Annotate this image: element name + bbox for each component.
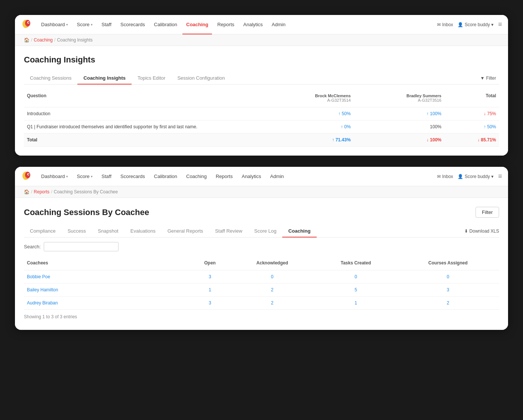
- table-row: Bobbie Poe 3 0 0 0: [24, 270, 499, 283]
- inbox-link[interactable]: ✉ Inbox: [437, 22, 453, 27]
- nav-admin[interactable]: Admin: [268, 15, 289, 34]
- breadcrumb-coaching-link[interactable]: Coaching: [34, 37, 53, 43]
- hamburger-menu[interactable]: ≡: [498, 21, 502, 28]
- col-open: Open: [190, 256, 230, 270]
- breadcrumb-1: 🏠 / Coaching / Coaching Insights: [15, 34, 508, 46]
- tab-general-reports[interactable]: General Reports: [161, 225, 209, 237]
- sep-2: /: [54, 37, 55, 43]
- nav-staff[interactable]: Staff: [98, 15, 116, 34]
- col-acknowledged: Acknowledged: [230, 256, 315, 270]
- nav2-coaching[interactable]: Coaching: [182, 167, 210, 186]
- ack-bailey: 2: [230, 283, 315, 297]
- q-intro: Introduction: [24, 107, 262, 120]
- filter-button-2[interactable]: Filter: [476, 207, 499, 218]
- nav2-dashboard[interactable]: Dashboard ▾: [37, 167, 72, 186]
- inbox-icon: ✉: [437, 22, 441, 27]
- nav-score[interactable]: Score ▾: [73, 15, 96, 34]
- col-courses: Courses Assigned: [397, 256, 499, 270]
- arrow-up-icon: ↑: [484, 124, 487, 129]
- home-icon-2[interactable]: 🏠: [24, 189, 30, 194]
- tab-session-config[interactable]: Session Configuration: [171, 72, 231, 85]
- score2-caret: ▾: [91, 175, 93, 178]
- col-tasks: Tasks Created: [315, 256, 397, 270]
- inbox-icon-2: ✉: [437, 174, 441, 179]
- nav2-scorecards[interactable]: Scorecards: [117, 167, 149, 186]
- arrow-down-icon: ↓: [484, 111, 487, 116]
- breadcrumb-2: 🏠 / Reports / Coaching Sessions By Coach…: [15, 186, 508, 198]
- bradley-q1: 100%: [354, 120, 444, 134]
- tab-staff-review[interactable]: Staff Review: [209, 225, 248, 237]
- nav2-staff[interactable]: Staff: [98, 167, 116, 186]
- nav2-analytics[interactable]: Analytics: [238, 167, 265, 186]
- user-menu[interactable]: 👤 Score buddy ▾: [458, 22, 493, 27]
- user-icon: 👤: [458, 22, 463, 27]
- nav2-score[interactable]: Score ▾: [73, 167, 96, 186]
- tasks-bailey: 5: [315, 283, 397, 297]
- coachee-audrey: Audrey Biraban: [24, 297, 190, 310]
- sep-1: /: [31, 37, 32, 43]
- arrow-down-icon: ↓: [477, 137, 481, 142]
- svg-point-4: [28, 22, 30, 23]
- tab-topics-editor[interactable]: Topics Editor: [132, 72, 171, 85]
- search-input[interactable]: [44, 242, 119, 251]
- total-total: ↓ 85.71%: [444, 134, 499, 147]
- nav-right-2: ✉ Inbox 👤 Score buddy ▾ ≡: [437, 172, 502, 180]
- coachee-bobbie: Bobbie Poe: [24, 270, 190, 283]
- dashboard-caret: ▾: [66, 23, 68, 27]
- total-intro: ↓ 75%: [444, 107, 499, 120]
- nav-reports[interactable]: Reports: [213, 15, 238, 34]
- tab-success[interactable]: Success: [62, 225, 92, 237]
- user-caret-2: ▾: [491, 174, 493, 179]
- hamburger-menu-2[interactable]: ≡: [498, 172, 502, 180]
- tab-evaluations[interactable]: Evaluations: [124, 225, 161, 237]
- nav-scorecards[interactable]: Scorecards: [117, 15, 149, 34]
- nav2-calibration[interactable]: Calibration: [150, 167, 181, 186]
- col-coachees: Coachees: [24, 256, 190, 270]
- nav2-admin[interactable]: Admin: [267, 167, 288, 186]
- nav-bar-2: Dashboard ▾ Score ▾ Staff Scorecards Cal…: [15, 167, 508, 186]
- tab-coaching-2[interactable]: Coaching: [282, 225, 316, 237]
- breadcrumb-current-2: Coaching Sessions By Coachee: [54, 189, 118, 194]
- coachee-bailey: Bailey Hamilton: [24, 283, 190, 297]
- nav-right-1: ✉ Inbox 👤 Score buddy ▾ ≡: [437, 21, 502, 28]
- home-icon[interactable]: 🏠: [24, 37, 30, 43]
- open-audrey: 3: [190, 297, 230, 310]
- score-caret: ▾: [91, 23, 93, 27]
- nav-dashboard[interactable]: Dashboard ▾: [37, 15, 72, 34]
- download-xls-button[interactable]: ⬇ Download XLS: [464, 229, 499, 234]
- brock-intro: ↑ 50%: [262, 107, 354, 120]
- tab-coaching-sessions[interactable]: Coaching Sessions: [24, 72, 77, 85]
- tab-coaching-insights[interactable]: Coaching Insights: [77, 72, 132, 85]
- bradley-intro: ↑ 100%: [354, 107, 444, 120]
- tabs-2: Compliance Success Snapshot Evaluations …: [24, 225, 499, 237]
- dashboard2-caret: ▾: [66, 175, 68, 178]
- user-menu-2[interactable]: 👤 Score buddy ▾: [458, 174, 493, 179]
- tab-compliance[interactable]: Compliance: [24, 225, 62, 237]
- arrow-up-icon: ↑: [427, 111, 430, 116]
- tasks-audrey: 1: [315, 297, 397, 310]
- tab-score-log[interactable]: Score Log: [248, 225, 282, 237]
- logo-2: [21, 170, 33, 183]
- table-row: Bailey Hamilton 1 2 5 3: [24, 283, 499, 297]
- nav-calibration[interactable]: Calibration: [150, 15, 181, 34]
- col-bradley: Bradley SummersA-G32T3516: [354, 85, 444, 107]
- nav2-reports[interactable]: Reports: [212, 167, 237, 186]
- table-row: Introduction ↑ 50% ↑ 100% ↓ 75%: [24, 107, 499, 120]
- download-icon: ⬇: [464, 229, 468, 234]
- logo: [21, 18, 33, 31]
- breadcrumb-reports-link[interactable]: Reports: [34, 189, 49, 194]
- breadcrumb-current: Coaching Insights: [57, 37, 92, 43]
- filter-button-1[interactable]: ▼ Filter: [477, 74, 499, 82]
- tab-snapshot[interactable]: Snapshot: [92, 225, 124, 237]
- bradley-total: ↓ 100%: [354, 134, 444, 147]
- q-q1: Q1 | Fundraiser introduced themselves an…: [24, 120, 262, 134]
- showing-text: Showing 1 to 3 of 3 entries: [24, 310, 499, 321]
- inbox-link-2[interactable]: ✉ Inbox: [437, 174, 453, 179]
- courses-bailey: 3: [397, 283, 499, 297]
- insights-table: Question Brock McClemensA-G32T3514 Bradl…: [24, 85, 499, 147]
- nav-analytics[interactable]: Analytics: [240, 15, 267, 34]
- total-q1: ↑ 50%: [444, 120, 499, 134]
- user-caret: ▾: [491, 22, 493, 27]
- nav-coaching[interactable]: Coaching: [182, 15, 212, 34]
- table-row-total: Total ↑ 71.43% ↓ 100% ↓ 85.71%: [24, 134, 499, 147]
